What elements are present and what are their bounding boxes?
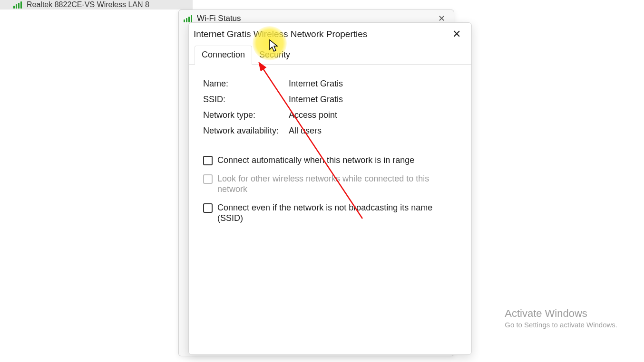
checkbox-row-connect-hidden[interactable]: Connect even if the network is not broad… (203, 202, 457, 224)
wifi-signal-icon (13, 1, 23, 9)
tab-content-connection: Name: Internet Gratis SSID: Internet Gra… (189, 65, 471, 246)
info-row-network-type: Network type: Access point (203, 110, 457, 120)
tab-label: Connection (202, 50, 245, 59)
checkbox-icon (203, 174, 213, 184)
activate-windows-watermark: Activate Windows Go to Settings to activ… (505, 307, 617, 329)
info-label: Network availability: (203, 126, 289, 136)
tab-label: Security (259, 50, 290, 59)
info-label: Name: (203, 79, 289, 89)
checkbox-icon[interactable] (203, 156, 213, 165)
wifi-status-title: Wi-Fi Status (197, 14, 241, 23)
tab-strip: Connection Security (189, 46, 471, 65)
checkbox-row-auto-connect[interactable]: Connect automatically when this network … (203, 155, 457, 166)
tab-connection[interactable]: Connection (195, 46, 252, 65)
info-label: Network type: (203, 110, 289, 120)
adapter-name: Realtek 8822CE-VS Wireless LAN 8 (27, 0, 149, 9)
network-list-row[interactable]: Realtek 8822CE-VS Wireless LAN 8 (0, 0, 193, 10)
info-value: Internet Gratis (289, 95, 343, 105)
close-button[interactable]: ✕ (447, 26, 467, 43)
info-label: SSID: (203, 95, 289, 105)
close-icon: ✕ (452, 28, 461, 40)
dialog-title: Internet Gratis Wireless Network Propert… (194, 29, 367, 39)
checkbox-label: Connect even if the network is not broad… (217, 202, 450, 224)
watermark-title: Activate Windows (505, 307, 617, 320)
dialog-titlebar: Internet Gratis Wireless Network Propert… (189, 23, 471, 46)
checkbox-group: Connect automatically when this network … (203, 155, 457, 224)
checkbox-label: Connect automatically when this network … (217, 155, 414, 166)
tab-security[interactable]: Security (252, 46, 297, 65)
checkbox-icon[interactable] (203, 203, 213, 213)
info-value: Internet Gratis (289, 79, 343, 89)
network-properties-dialog: Internet Gratis Wireless Network Propert… (188, 22, 472, 355)
info-row-ssid: SSID: Internet Gratis (203, 95, 457, 105)
checkbox-row-look-other: Look for other wireless networks while c… (203, 173, 457, 195)
watermark-subtitle: Go to Settings to activate Windows. (505, 321, 617, 329)
info-row-name: Name: Internet Gratis (203, 79, 457, 89)
checkbox-label: Look for other wireless networks while c… (217, 173, 450, 195)
info-value: All users (289, 126, 322, 136)
info-row-network-availability: Network availability: All users (203, 126, 457, 136)
info-value: Access point (289, 110, 337, 120)
wifi-signal-icon (184, 15, 193, 22)
